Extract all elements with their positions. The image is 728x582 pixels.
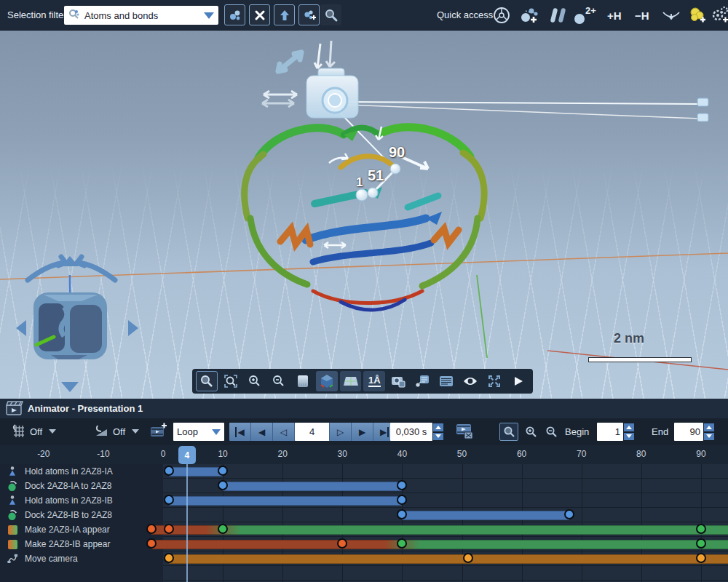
export-movie-button[interactable]	[454, 422, 475, 444]
text-panel-button[interactable]	[435, 371, 457, 391]
ruler-tick: 50	[457, 449, 467, 459]
chevron-down-icon	[49, 429, 56, 434]
navigation-wheel-icon[interactable]	[492, 4, 511, 26]
track-label: Dock 2AZ8-IA to 2AZ8	[25, 481, 111, 491]
search-icon[interactable]	[320, 4, 341, 25]
keyframe[interactable]	[218, 480, 228, 490]
ruler-button[interactable]: 1Å	[363, 371, 385, 391]
keyframe[interactable]	[696, 538, 706, 549]
current-frame-badge[interactable]: 4	[178, 446, 196, 464]
timeline-zoom-out-button[interactable]	[542, 423, 561, 441]
keyframe[interactable]	[397, 480, 407, 490]
remove-hydrogens-button[interactable]: −H	[635, 4, 649, 26]
add-animation-button[interactable]	[149, 423, 168, 443]
track-bar[interactable]	[402, 511, 569, 520]
viewport-3d[interactable]: 1 51 90 2 nm 1Å	[0, 31, 728, 399]
keyframe[interactable]	[463, 553, 473, 563]
playback-controls: ◀ ◀ ◁ 4 ▷ ▶ ▶	[229, 423, 395, 441]
animator-title: Animator - Presentation 1	[28, 403, 143, 414]
keyframe[interactable]	[397, 495, 407, 505]
bonds-icon[interactable]	[547, 4, 568, 26]
keyframe[interactable]	[218, 466, 228, 476]
camera-keyframe-label-90: 90	[389, 144, 405, 161]
keyframe[interactable]	[397, 509, 407, 519]
play-presentation-button[interactable]	[507, 371, 529, 391]
zoom-out-button[interactable]	[268, 371, 290, 391]
keyframe[interactable]	[164, 495, 174, 505]
camera-keyframe-label-1: 1	[356, 175, 363, 190]
keyframe[interactable]	[218, 524, 228, 534]
track-label-row[interactable]: Make 2AZ8-IB appear	[0, 537, 153, 551]
minimize-arrow-icon[interactable]	[661, 4, 681, 26]
keyframe[interactable]	[337, 538, 347, 549]
settings-gears-icon[interactable]	[711, 4, 728, 26]
fullscreen-button[interactable]	[483, 371, 505, 391]
track-label-row[interactable]: Dock 2AZ8-IB to 2AZ8	[0, 508, 153, 522]
track-label-row[interactable]: Dock 2AZ8-IA to 2AZ8	[0, 479, 153, 493]
duration-spinner[interactable]	[432, 423, 444, 441]
keyframe[interactable]	[164, 466, 174, 476]
navigation-cube-button[interactable]	[316, 371, 338, 391]
keyframe[interactable]	[164, 524, 174, 534]
step-duration-field[interactable]: 0,030 s	[390, 423, 432, 441]
snapshot-button[interactable]	[387, 371, 409, 391]
add-hydrogens-button[interactable]: +H	[607, 4, 622, 26]
clear-selection-button[interactable]	[249, 4, 270, 25]
label-note-button[interactable]	[411, 371, 433, 391]
zoom-in-button[interactable]	[244, 371, 266, 391]
track-label-row[interactable]: Hold atoms in 2AZ8-IA	[0, 464, 153, 479]
background-panel-button[interactable]	[292, 371, 314, 391]
add-protein-icon[interactable]	[687, 4, 708, 26]
timeline-zoom-in-button[interactable]	[521, 423, 540, 441]
previous-keyframe-button[interactable]: ◀	[251, 423, 273, 441]
track-bar[interactable]	[151, 540, 728, 549]
current-frame-field[interactable]: 4	[295, 423, 330, 441]
expand-selection-button[interactable]	[298, 4, 320, 25]
add-atoms-icon[interactable]	[518, 4, 540, 26]
ruler-tick: 90	[696, 449, 705, 459]
invert-selection-button[interactable]	[274, 4, 295, 25]
chevron-down-icon	[132, 429, 139, 434]
chevron-down-icon	[204, 12, 214, 19]
track-bar[interactable]	[151, 525, 728, 535]
selection-filter-dropdown[interactable]: Atoms and bonds	[64, 6, 218, 25]
timeline-zoom-fit-button[interactable]	[499, 423, 518, 441]
timeline-tracks[interactable]: Hold atoms in 2AZ8-IADock 2AZ8-IA to 2AZ…	[0, 464, 728, 582]
keyframe[interactable]	[164, 553, 174, 563]
begin-spinner[interactable]	[623, 423, 635, 441]
scale-bar	[588, 357, 692, 362]
timeline-ruler[interactable]: 4 -20-100102030405060708090	[0, 445, 728, 464]
select-all-button[interactable]	[224, 4, 245, 25]
visibility-eye-button[interactable]	[459, 371, 481, 391]
selection-filter-value: Atoms and bonds	[84, 10, 199, 21]
track-label: Make 2AZ8-IA appear	[25, 525, 110, 535]
play-forward-button[interactable]: ▷	[330, 423, 352, 441]
track-label-row[interactable]: Make 2AZ8-IA appear	[0, 522, 153, 537]
playhead[interactable]	[186, 464, 188, 582]
zoom-region-button[interactable]	[220, 371, 242, 391]
keyframe[interactable]	[564, 509, 574, 519]
keyframe[interactable]	[397, 538, 407, 549]
track-label-row[interactable]: Hold atoms in 2AZ8-IB	[0, 493, 153, 508]
keyframe[interactable]	[696, 553, 706, 563]
begin-field[interactable]: 1	[597, 423, 623, 441]
snap-interpolation-dropdown[interactable]: Off	[93, 421, 139, 442]
track-label-row[interactable]: Move camera	[0, 551, 153, 566]
end-spinner[interactable]	[703, 423, 715, 441]
play-backward-button[interactable]: ◁	[273, 423, 295, 441]
first-frame-button[interactable]: ◀	[229, 423, 251, 441]
loop-mode-dropdown[interactable]: Loop	[173, 423, 224, 441]
track-bar[interactable]	[169, 467, 223, 477]
end-field[interactable]: 90	[674, 423, 703, 441]
camera-path-icon	[6, 552, 19, 565]
next-keyframe-button[interactable]: ▶	[352, 423, 373, 441]
track-bar[interactable]	[223, 482, 402, 491]
snap-grid-dropdown[interactable]: Off	[10, 421, 56, 442]
track-label: Move camera	[25, 554, 78, 564]
keyframe[interactable]	[696, 524, 706, 534]
zoom-select-button[interactable]	[196, 371, 218, 391]
ion-charge-icon[interactable]: 2+	[574, 4, 596, 26]
floor-button[interactable]	[340, 371, 362, 391]
track-bar[interactable]	[169, 496, 402, 506]
track-bar[interactable]	[169, 554, 728, 564]
